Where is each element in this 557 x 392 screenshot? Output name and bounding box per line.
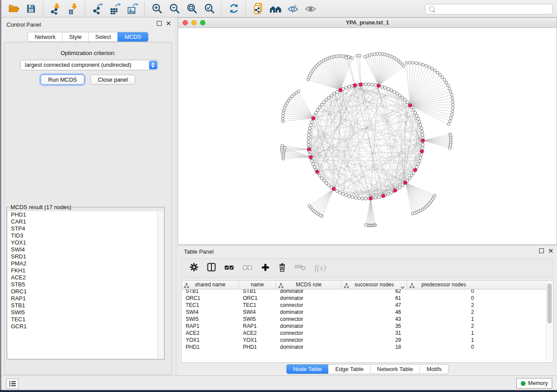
table-cell: 31: [342, 330, 407, 337]
list-item[interactable]: SRD1: [8, 253, 157, 260]
float-table-panel-icon[interactable]: [539, 248, 544, 253]
table-cell: 61: [342, 295, 407, 302]
mcds-result-title: MCDS result (17 nodes): [9, 204, 73, 210]
list-item[interactable]: SWI5: [8, 309, 157, 316]
float-panel-icon[interactable]: [157, 21, 162, 26]
table-row[interactable]: TEC1TEC1connector472: [182, 302, 553, 309]
list-item[interactable]: RAP1: [8, 295, 157, 302]
unselect-all-columns-icon[interactable]: [243, 264, 253, 272]
table-vertical-scrollbar[interactable]: [546, 281, 553, 362]
tab-edge-table[interactable]: Edge Table: [328, 364, 370, 374]
table-row[interactable]: SWI5SWI5connector431: [182, 316, 553, 323]
table-cell: dominator: [276, 309, 342, 316]
column-header-name[interactable]: name: [239, 281, 276, 289]
tab-select[interactable]: Select: [88, 32, 118, 41]
search-field[interactable]: [425, 4, 553, 14]
tab-network-table[interactable]: Network Table: [370, 364, 419, 374]
table-rows: FKH1FKH1dominator962STB1STB1dominator620…: [182, 281, 553, 351]
column-header-predecessor-nodes[interactable]: predecessor nodes: [407, 281, 480, 289]
control-panel-title: Control Panel: [7, 21, 41, 28]
close-table-panel-icon[interactable]: ✕: [548, 249, 554, 253]
network-view-window: YPA_prune.txt_1: [178, 17, 557, 245]
list-item[interactable]: ORC1: [8, 288, 157, 295]
table-row[interactable]: ORC1ORC1dominator610: [182, 295, 553, 302]
minimize-window-icon[interactable]: [191, 20, 197, 25]
tab-network[interactable]: Network: [28, 32, 62, 41]
network-title-bar[interactable]: YPA_prune.txt_1: [178, 18, 557, 28]
list-item[interactable]: STB1: [8, 302, 157, 309]
mcds-list-scrollbar[interactable]: [157, 211, 163, 358]
hide-selected-eye-icon[interactable]: [284, 2, 302, 16]
tab-motifs[interactable]: Motifs: [419, 364, 448, 374]
tab-style[interactable]: Style: [62, 32, 88, 41]
table-cell: dominator: [276, 344, 342, 351]
toolbar-separator: [246, 2, 246, 15]
list-item[interactable]: FKH1: [8, 267, 157, 274]
export-network-icon[interactable]: [89, 2, 106, 16]
first-neighbors-icon[interactable]: [267, 2, 284, 16]
column-header-successor-nodes[interactable]: successor nodes: [342, 281, 407, 289]
table-cell: ORC1: [182, 295, 239, 302]
list-item[interactable]: CAR1: [8, 218, 157, 225]
list-item[interactable]: TEC1: [8, 316, 157, 323]
run-mcds-button[interactable]: Run MCDS: [41, 75, 84, 85]
apply-layout-icon[interactable]: [225, 2, 242, 16]
table-row[interactable]: RAP1RAP1dominator352: [182, 323, 553, 330]
search-input[interactable]: [436, 6, 552, 12]
save-floppy-icon[interactable]: [22, 2, 40, 16]
criterion-dropdown-value: largest connected component (undirected): [25, 62, 131, 68]
function-builder-icon-disabled: f(x): [315, 263, 326, 273]
table-cell: TEC1: [182, 302, 239, 309]
zoom-selected-icon[interactable]: [201, 2, 218, 16]
show-columns-icon[interactable]: [207, 263, 216, 273]
control-panel-tab-bar: Network Style Select MCDS: [28, 32, 148, 42]
list-item[interactable]: TID3: [8, 232, 157, 239]
import-network-icon[interactable]: [47, 2, 64, 16]
list-item[interactable]: PMA2: [8, 260, 157, 267]
zoom-in-icon[interactable]: [148, 2, 166, 16]
task-history-button[interactable]: [6, 378, 19, 389]
close-panel-button[interactable]: Close panel: [90, 75, 135, 85]
export-image-icon[interactable]: [124, 2, 141, 16]
list-item[interactable]: GCR1: [8, 323, 157, 330]
list-item[interactable]: STB5: [8, 281, 157, 288]
network-canvas[interactable]: [178, 28, 557, 244]
list-item[interactable]: SWI4: [8, 246, 157, 253]
table-tab-bar: Node Table Edge Table Network Table Moti…: [286, 364, 449, 374]
table-row[interactable]: YOX1YOX1connector291: [182, 337, 553, 344]
column-header-mcds-role[interactable]: MCDS role: [276, 281, 342, 289]
optimization-criterion-label: Optimization criterion:: [4, 50, 172, 56]
tab-node-table[interactable]: Node Table: [287, 364, 329, 374]
new-network-from-selection-icon[interactable]: [249, 2, 267, 16]
list-item[interactable]: YOX1: [8, 239, 157, 246]
close-panel-icon[interactable]: ✕: [166, 21, 171, 26]
open-folder-icon[interactable]: [5, 2, 22, 16]
zoom-window-icon[interactable]: [200, 20, 205, 25]
panel-splitter[interactable]: [175, 17, 178, 375]
table-cell: dominator: [276, 295, 342, 302]
export-table-icon[interactable]: [106, 2, 124, 16]
criterion-dropdown[interactable]: largest connected component (undirected): [20, 60, 158, 70]
table-cell: SWI4: [182, 309, 239, 316]
close-window-icon[interactable]: [183, 20, 188, 25]
table-cell: connector: [276, 330, 342, 337]
table-row[interactable]: PHD1PHD1dominator180: [182, 344, 553, 351]
memory-button[interactable]: Memory: [516, 378, 552, 389]
zoom-out-icon[interactable]: [166, 2, 183, 16]
select-all-columns-icon[interactable]: [225, 264, 234, 272]
column-header-shared-name[interactable]: shared name: [182, 281, 239, 289]
list-item[interactable]: PHD1: [8, 211, 157, 218]
delete-column-trash-icon[interactable]: [278, 263, 286, 274]
list-item[interactable]: ACE2: [8, 274, 157, 281]
show-all-eye-icon[interactable]: [302, 2, 319, 16]
list-item[interactable]: STP4: [8, 225, 157, 232]
scrollbar-thumb[interactable]: [547, 283, 552, 323]
table-settings-gear-icon[interactable]: [190, 263, 198, 273]
table-row[interactable]: SWI4SWI4dominator462: [182, 309, 553, 316]
import-table-icon[interactable]: [64, 2, 82, 16]
tab-mcds[interactable]: MCDS: [118, 32, 148, 41]
create-column-plus-icon[interactable]: [261, 263, 270, 273]
zoom-fit-icon[interactable]: [183, 2, 201, 16]
status-bar: Memory: [1, 375, 557, 390]
table-row[interactable]: ACE2ACE2connector311: [182, 330, 553, 337]
